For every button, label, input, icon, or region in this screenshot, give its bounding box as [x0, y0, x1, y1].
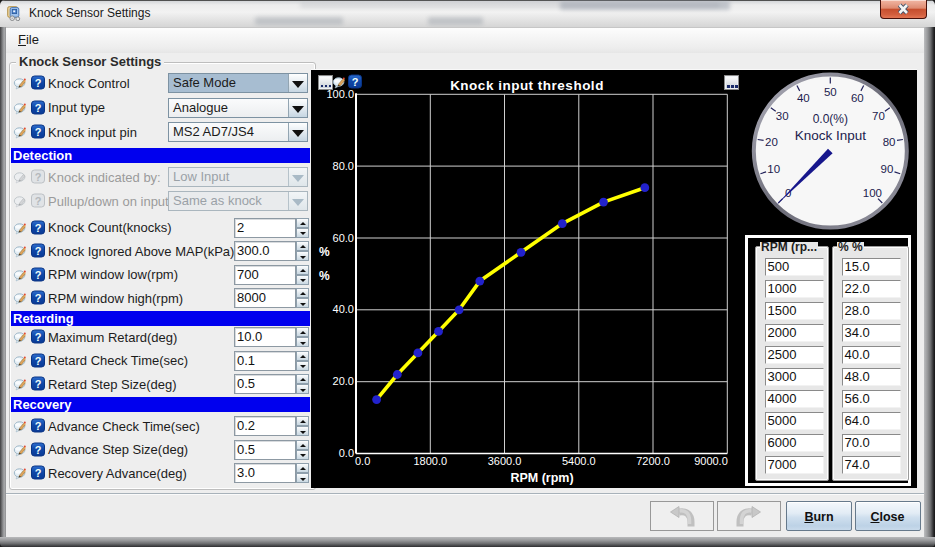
svg-text:40.0: 40.0 — [333, 303, 354, 315]
svg-text:3600.0: 3600.0 — [488, 455, 522, 467]
svg-text:80: 80 — [883, 136, 896, 148]
svg-text:Knock Input: Knock Input — [795, 128, 867, 143]
svg-text:80.0: 80.0 — [333, 160, 354, 172]
svg-text:0.0: 0.0 — [355, 455, 370, 467]
svg-text:30: 30 — [776, 110, 789, 122]
svg-text:%: % — [319, 245, 330, 259]
svg-text:9000.0: 9000.0 — [694, 455, 728, 467]
svg-text:70: 70 — [872, 110, 885, 122]
svg-text:%: % — [319, 269, 330, 283]
svg-text:0.0: 0.0 — [339, 447, 354, 459]
svg-text:90: 90 — [881, 163, 894, 175]
svg-text:60: 60 — [851, 92, 864, 104]
svg-text:50: 50 — [824, 86, 837, 98]
svg-text:100.0: 100.0 — [326, 88, 354, 100]
svg-text:1800.0: 1800.0 — [413, 455, 447, 467]
svg-text:7200.0: 7200.0 — [636, 455, 670, 467]
svg-text:20: 20 — [765, 136, 778, 148]
svg-text:Knock input threshold: Knock input threshold — [450, 78, 604, 93]
svg-text:RPM (rpm): RPM (rpm) — [510, 471, 573, 485]
svg-text:60.0: 60.0 — [333, 232, 354, 244]
svg-text:0.0(%): 0.0(%) — [813, 112, 848, 126]
svg-text:10: 10 — [767, 163, 780, 175]
svg-text:40: 40 — [797, 92, 810, 104]
svg-text:5400.0: 5400.0 — [562, 455, 596, 467]
svg-text:100: 100 — [863, 187, 882, 199]
svg-text:20.0: 20.0 — [333, 375, 354, 387]
